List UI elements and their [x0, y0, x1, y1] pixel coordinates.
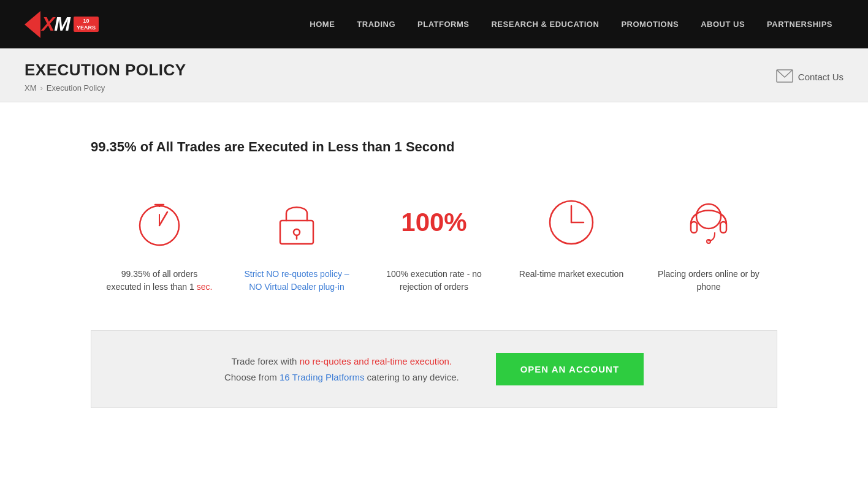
feature-item-orders: 99.35% of all orders executed in less th… [91, 192, 228, 294]
clock-icon [541, 192, 602, 253]
features-row: 99.35% of all orders executed in less th… [91, 192, 777, 294]
lock-icon [266, 192, 327, 253]
open-account-button[interactable]: OPEN AN ACCOUNT [496, 353, 644, 385]
page-title: EXECUTION POLICY [25, 61, 186, 80]
envelope-icon [776, 69, 793, 85]
nav-link-home[interactable]: HOME [299, 0, 346, 48]
nav-links: HOME TRADING PLATFORMS RESEARCH & EDUCAT… [299, 0, 843, 48]
cta-line2: Choose from 16 Trading Platforms caterin… [224, 369, 459, 385]
breadcrumb: XM › Execution Policy [25, 83, 186, 93]
svg-line-2 [159, 212, 167, 225]
feature-text-realtime: Real-time market execution [519, 268, 623, 281]
feature-text-orders: 99.35% of all orders executed in less th… [103, 268, 216, 294]
feature-text-requotes: Strict NO re-quotes policy – NO Virtual … [240, 268, 353, 294]
feature-item-realtime: Real-time market execution [503, 192, 640, 294]
page-header: EXECUTION POLICY XM › Execution Policy C… [0, 48, 868, 102]
nav-item-trading[interactable]: TRADING [346, 0, 406, 48]
breadcrumb-separator: › [40, 83, 43, 93]
svg-point-7 [294, 229, 300, 235]
logo-text: XM [42, 13, 70, 36]
main-content: 99.35% of All Trades are Executed in Les… [66, 102, 802, 433]
nav-item-partnerships[interactable]: PARTNERSHIPS [756, 0, 843, 48]
svg-rect-14 [720, 222, 726, 233]
section-headline: 99.35% of All Trades are Executed in Les… [91, 139, 777, 155]
percent-text: 100% [401, 210, 466, 235]
contact-us-label: Contact Us [798, 72, 843, 82]
page-header-left: EXECUTION POLICY XM › Execution Policy [25, 61, 186, 93]
cta-banner: Trade forex with no re-quotes and real-t… [91, 330, 777, 408]
nav-item-research[interactable]: RESEARCH & EDUCATION [480, 0, 610, 48]
breadcrumb-current: Execution Policy [47, 83, 105, 93]
headset-icon [678, 192, 739, 253]
feature-text-rate: 100% execution rate - no rejection of or… [378, 268, 490, 294]
nav-link-trading[interactable]: TRADING [346, 0, 406, 48]
nav-item-promotions[interactable]: PROMOTIONS [610, 0, 690, 48]
logo-arrow-icon [25, 11, 40, 38]
nav-item-about[interactable]: ABOUT US [690, 0, 756, 48]
nav-link-promotions[interactable]: PROMOTIONS [610, 0, 690, 48]
nav-link-about[interactable]: ABOUT US [690, 0, 756, 48]
nav-item-platforms[interactable]: PLATFORMS [406, 0, 480, 48]
feature-item-requotes: Strict NO re-quotes policy – NO Virtual … [228, 192, 365, 294]
navbar: XM 10 YEARS HOME TRADING PLATFORMS RESEA… [0, 0, 868, 48]
feature-item-orders-phone: Placing orders online or by phone [640, 192, 777, 294]
cta-text: Trade forex with no re-quotes and real-t… [224, 354, 459, 385]
nav-link-partnerships[interactable]: PARTNERSHIPS [756, 0, 843, 48]
nav-item-home[interactable]: HOME [299, 0, 346, 48]
svg-rect-13 [691, 222, 697, 233]
feature-item-rate: 100% 100% execution rate - no rejection … [365, 192, 503, 294]
logo[interactable]: XM 10 YEARS [25, 11, 99, 38]
svg-point-12 [696, 204, 721, 229]
logo-badge: 10 YEARS [74, 17, 99, 32]
contact-us-button[interactable]: Contact Us [776, 69, 843, 85]
nav-link-research[interactable]: RESEARCH & EDUCATION [480, 0, 610, 48]
breadcrumb-xm[interactable]: XM [25, 83, 37, 93]
svg-rect-6 [280, 221, 313, 244]
feature-text-orders-phone: Placing orders online or by phone [652, 268, 765, 294]
stopwatch-icon [129, 192, 190, 253]
percent-icon: 100% [403, 192, 465, 253]
cta-line1: Trade forex with no re-quotes and real-t… [224, 354, 459, 369]
nav-link-platforms[interactable]: PLATFORMS [406, 0, 480, 48]
